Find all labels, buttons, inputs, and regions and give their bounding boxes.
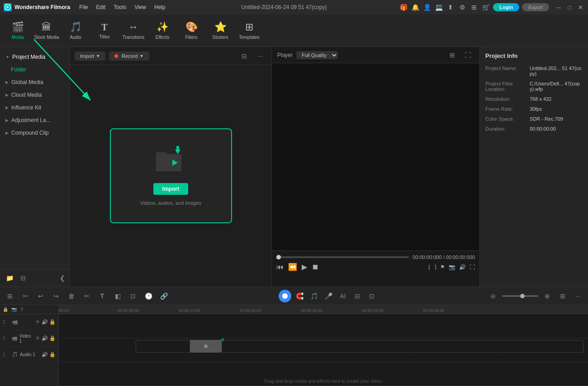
undo-button[interactable]: ↩: [34, 290, 47, 302]
player-progress: 00:00:00:000 / 00:00:00:000: [276, 254, 475, 260]
record-button[interactable]: Record ▼: [109, 52, 149, 61]
link-button[interactable]: 🔗: [157, 290, 170, 302]
audio-button[interactable]: 🎵: [308, 290, 320, 302]
timeline-record-button[interactable]: [279, 290, 291, 302]
collapse-sidebar-button[interactable]: ❮: [60, 274, 65, 282]
notification-icon[interactable]: 🔔: [411, 3, 420, 12]
sidebar-item-adjustment[interactable]: ▶ Adjustment La...: [0, 114, 70, 127]
voice-button[interactable]: 🎤: [322, 290, 335, 302]
snapshot-button[interactable]: 📷: [449, 264, 455, 270]
text-button[interactable]: T: [96, 290, 109, 302]
tool-filters[interactable]: 🎨 Filters: [177, 17, 205, 44]
cut-button[interactable]: ✂: [81, 290, 93, 302]
delete-button[interactable]: 🗑: [65, 290, 78, 302]
minimize-button[interactable]: ─: [555, 3, 563, 11]
track-a1-mute[interactable]: 🔊: [42, 352, 48, 358]
more-timeline-button[interactable]: ···: [572, 290, 584, 302]
mark-out-button[interactable]: ⌉: [434, 264, 436, 270]
ai-button[interactable]: AI: [337, 290, 349, 302]
track-v1-audio[interactable]: 🔊: [42, 335, 48, 341]
track-v2-audio[interactable]: 🔊: [42, 319, 48, 325]
close-button[interactable]: ✕: [576, 3, 584, 11]
tool-titles[interactable]: T Titles: [90, 17, 119, 44]
menu-edit[interactable]: Edit: [92, 3, 109, 11]
track-v2-lock[interactable]: 🔒: [49, 319, 56, 325]
menu-file[interactable]: File: [76, 3, 91, 11]
snap-button[interactable]: 🧲: [293, 290, 306, 302]
tool-effects[interactable]: ✨ Effects: [148, 17, 176, 44]
login-button[interactable]: Login: [493, 3, 519, 11]
maximize-button[interactable]: □: [565, 3, 574, 11]
tool-media[interactable]: 🎬 Media: [4, 17, 32, 44]
filters-icon: 🎨: [185, 21, 198, 33]
zoom-out-button[interactable]: ⊖: [487, 290, 499, 302]
crop-button[interactable]: ⊡: [127, 290, 139, 302]
grid-view-button[interactable]: ⊞: [556, 290, 569, 302]
mark-in-button[interactable]: ⌊: [428, 264, 431, 270]
split-button[interactable]: ⊟: [351, 290, 364, 302]
track-a1-lock[interactable]: 🔒: [49, 352, 56, 358]
tool-stickers[interactable]: ⭐ Stickers: [206, 17, 234, 44]
sidebar-item-influence-kit[interactable]: ▶ Influence Kit: [0, 101, 70, 114]
delete-button[interactable]: ⊟: [18, 273, 28, 283]
zoom-slider[interactable]: [502, 295, 538, 297]
step-back-button[interactable]: ⏪: [288, 263, 297, 271]
sidebar-item-cloud-media[interactable]: ▶ Cloud Media: [0, 89, 70, 101]
menu-help[interactable]: Help: [151, 3, 169, 11]
audio-mute-icon[interactable]: 🎙: [20, 307, 24, 312]
project-files-value: C:/Users/Dell... 47(copy).wfp: [530, 81, 583, 92]
store-icon[interactable]: 🛒: [481, 3, 490, 12]
flag-button[interactable]: ⚑: [440, 264, 445, 270]
computer-icon[interactable]: 💻: [434, 3, 443, 12]
track-v1-eye[interactable]: 👁: [35, 335, 40, 341]
select-tool-button[interactable]: ⊞: [4, 290, 16, 302]
track-v1-lock[interactable]: 🔒: [49, 335, 56, 341]
user-icon[interactable]: 👤: [422, 3, 432, 12]
zoom-in-button[interactable]: ⊕: [541, 290, 554, 302]
track-v2-eye[interactable]: 👁: [35, 319, 40, 325]
import-media-button[interactable]: Import: [153, 183, 188, 195]
menu-tools[interactable]: Tools: [110, 3, 130, 11]
export-button[interactable]: Export: [522, 3, 549, 11]
tool-stock-media[interactable]: 🏛 Stock Media: [33, 17, 61, 44]
sidebar-item-compound-clip[interactable]: ▶ Compound Clip: [0, 127, 70, 139]
fullscreen-button[interactable]: ⛶: [469, 264, 475, 270]
sidebar-label-folder: Folder: [11, 66, 26, 73]
player-grid-icon[interactable]: ⊞: [446, 49, 459, 61]
trim-tool-button[interactable]: ✂: [19, 290, 32, 302]
sidebar-item-global-media[interactable]: ▶ Global Media: [0, 76, 70, 89]
title-bar: Wondershare Filmora File Edit Tools View…: [0, 0, 588, 14]
media-toolbar-right: ⊟ ···: [238, 50, 267, 62]
drop-zone[interactable]: [136, 340, 583, 353]
redo-button[interactable]: ↪: [50, 290, 62, 302]
quality-select[interactable]: Full Quality 1/2 Quality 1/4 Quality: [296, 51, 338, 59]
camera-icon[interactable]: 📷: [11, 307, 17, 312]
tool-audio[interactable]: 🎵 Audio: [62, 17, 90, 44]
play-button[interactable]: ▶: [302, 263, 307, 271]
gift-icon[interactable]: 🎁: [399, 3, 408, 12]
lock-all-icon[interactable]: 🔒: [3, 307, 8, 312]
upload-icon[interactable]: ⬆: [446, 3, 455, 12]
sidebar-item-project-media[interactable]: ▼ Project Media: [0, 51, 70, 63]
settings-icon[interactable]: ⚙: [458, 3, 467, 12]
copy-button[interactable]: ⊡: [365, 290, 378, 302]
color-button[interactable]: ◧: [111, 290, 124, 302]
progress-bar[interactable]: [276, 256, 409, 258]
filter-button[interactable]: ⊟: [238, 50, 251, 62]
sidebar-item-folder[interactable]: Folder: [0, 63, 70, 76]
import-button[interactable]: Import ▼: [75, 52, 105, 61]
toolbar: 🎬 Media 🏛 Stock Media 🎵 Audio T Titles ↔…: [0, 14, 588, 47]
new-folder-button[interactable]: 📁: [5, 273, 14, 283]
more-options-button[interactable]: ···: [254, 50, 267, 62]
skip-back-button[interactable]: ⏮: [276, 263, 284, 271]
svg-rect-7: [176, 146, 179, 151]
volume-button[interactable]: 🔊: [459, 264, 466, 270]
speed-button[interactable]: 🕐: [142, 290, 155, 302]
tool-templates[interactable]: ⊞ Templates: [235, 17, 263, 44]
import-drop-zone[interactable]: Import Videos, audios, and images: [110, 128, 232, 223]
step-forward-button[interactable]: ⏹: [312, 263, 319, 271]
tool-transitions[interactable]: ↔ Transitions: [119, 17, 147, 44]
menu-view[interactable]: View: [131, 3, 150, 11]
apps-icon[interactable]: ⊞: [469, 3, 479, 12]
player-expand-icon[interactable]: ⛶: [461, 49, 474, 61]
